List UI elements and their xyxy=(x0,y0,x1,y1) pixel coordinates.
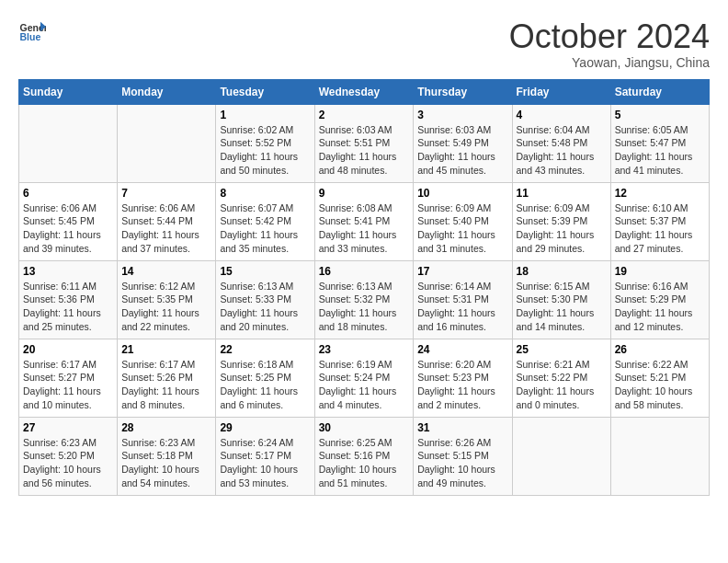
day-info: Sunrise: 6:05 AM Sunset: 5:47 PM Dayligh… xyxy=(615,123,705,178)
calendar-cell: 5Sunrise: 6:05 AM Sunset: 5:47 PM Daylig… xyxy=(610,104,709,182)
calendar-cell: 9Sunrise: 6:08 AM Sunset: 5:41 PM Daylig… xyxy=(314,182,414,260)
day-number: 6 xyxy=(23,187,113,200)
weekday-header-thursday: Thursday xyxy=(414,79,512,104)
location-subtitle: Yaowan, Jiangsu, China xyxy=(509,55,710,70)
calendar-cell xyxy=(610,417,709,495)
day-number: 27 xyxy=(23,421,113,434)
calendar-header-row: SundayMondayTuesdayWednesdayThursdayFrid… xyxy=(19,79,710,104)
day-number: 20 xyxy=(23,343,113,356)
calendar-cell: 11Sunrise: 6:09 AM Sunset: 5:39 PM Dayli… xyxy=(512,182,610,260)
day-number: 7 xyxy=(121,187,211,200)
day-info: Sunrise: 6:11 AM Sunset: 5:36 PM Dayligh… xyxy=(23,280,113,334)
calendar-cell: 3Sunrise: 6:03 AM Sunset: 5:49 PM Daylig… xyxy=(414,104,512,182)
day-info: Sunrise: 6:08 AM Sunset: 5:41 PM Dayligh… xyxy=(319,201,410,256)
calendar-cell: 24Sunrise: 6:20 AM Sunset: 5:23 PM Dayli… xyxy=(414,339,512,417)
day-info: Sunrise: 6:09 AM Sunset: 5:39 PM Dayligh… xyxy=(517,201,607,256)
calendar-cell: 1Sunrise: 6:02 AM Sunset: 5:52 PM Daylig… xyxy=(216,104,314,182)
calendar-cell: 19Sunrise: 6:16 AM Sunset: 5:29 PM Dayli… xyxy=(610,260,709,339)
day-number: 3 xyxy=(417,109,507,121)
calendar-cell: 26Sunrise: 6:22 AM Sunset: 5:21 PM Dayli… xyxy=(610,339,709,417)
day-number: 13 xyxy=(23,265,113,278)
day-number: 8 xyxy=(220,187,310,200)
calendar-cell: 20Sunrise: 6:17 AM Sunset: 5:27 PM Dayli… xyxy=(19,339,118,417)
calendar-cell: 10Sunrise: 6:09 AM Sunset: 5:40 PM Dayli… xyxy=(414,182,512,260)
day-info: Sunrise: 6:22 AM Sunset: 5:21 PM Dayligh… xyxy=(615,358,705,412)
calendar-cell: 13Sunrise: 6:11 AM Sunset: 5:36 PM Dayli… xyxy=(19,260,118,339)
day-number: 26 xyxy=(615,343,705,356)
logo-icon: General Blue xyxy=(18,18,46,46)
calendar-cell: 16Sunrise: 6:13 AM Sunset: 5:32 PM Dayli… xyxy=(314,260,414,339)
day-number: 31 xyxy=(417,421,507,434)
calendar-week-3: 13Sunrise: 6:11 AM Sunset: 5:36 PM Dayli… xyxy=(19,260,710,339)
day-number: 22 xyxy=(220,343,310,356)
title-block: October 2024 Yaowan, Jiangsu, China xyxy=(509,18,710,70)
page-header: General Blue October 2024 Yaowan, Jiangs… xyxy=(18,18,710,70)
calendar-cell: 12Sunrise: 6:10 AM Sunset: 5:37 PM Dayli… xyxy=(610,182,709,260)
weekday-header-saturday: Saturday xyxy=(610,79,709,104)
calendar-cell: 21Sunrise: 6:17 AM Sunset: 5:26 PM Dayli… xyxy=(118,339,216,417)
day-number: 16 xyxy=(319,265,410,278)
calendar-table: SundayMondayTuesdayWednesdayThursdayFrid… xyxy=(18,79,710,496)
day-info: Sunrise: 6:17 AM Sunset: 5:26 PM Dayligh… xyxy=(121,358,211,412)
day-info: Sunrise: 6:13 AM Sunset: 5:33 PM Dayligh… xyxy=(220,280,310,334)
day-info: Sunrise: 6:06 AM Sunset: 5:45 PM Dayligh… xyxy=(23,201,113,256)
calendar-cell: 30Sunrise: 6:25 AM Sunset: 5:16 PM Dayli… xyxy=(314,417,414,495)
day-info: Sunrise: 6:12 AM Sunset: 5:35 PM Dayligh… xyxy=(121,280,211,334)
day-info: Sunrise: 6:23 AM Sunset: 5:20 PM Dayligh… xyxy=(23,436,113,490)
calendar-cell: 14Sunrise: 6:12 AM Sunset: 5:35 PM Dayli… xyxy=(118,260,216,339)
weekday-header-wednesday: Wednesday xyxy=(314,79,414,104)
day-number: 18 xyxy=(517,265,607,278)
calendar-cell: 7Sunrise: 6:06 AM Sunset: 5:44 PM Daylig… xyxy=(118,182,216,260)
day-info: Sunrise: 6:26 AM Sunset: 5:15 PM Dayligh… xyxy=(417,436,507,490)
day-info: Sunrise: 6:14 AM Sunset: 5:31 PM Dayligh… xyxy=(417,280,507,334)
day-info: Sunrise: 6:21 AM Sunset: 5:22 PM Dayligh… xyxy=(517,358,607,412)
day-info: Sunrise: 6:23 AM Sunset: 5:18 PM Dayligh… xyxy=(121,436,211,490)
day-number: 19 xyxy=(615,265,705,278)
day-info: Sunrise: 6:24 AM Sunset: 5:17 PM Dayligh… xyxy=(220,436,310,490)
day-number: 2 xyxy=(319,109,410,121)
weekday-header-sunday: Sunday xyxy=(19,79,118,104)
month-title: October 2024 xyxy=(509,18,710,55)
logo: General Blue xyxy=(18,18,46,46)
calendar-cell: 18Sunrise: 6:15 AM Sunset: 5:30 PM Dayli… xyxy=(512,260,610,339)
day-number: 29 xyxy=(220,421,310,434)
day-number: 10 xyxy=(417,187,507,200)
day-info: Sunrise: 6:02 AM Sunset: 5:52 PM Dayligh… xyxy=(220,123,310,178)
calendar-week-4: 20Sunrise: 6:17 AM Sunset: 5:27 PM Dayli… xyxy=(19,339,710,417)
calendar-cell: 31Sunrise: 6:26 AM Sunset: 5:15 PM Dayli… xyxy=(414,417,512,495)
calendar-cell: 28Sunrise: 6:23 AM Sunset: 5:18 PM Dayli… xyxy=(118,417,216,495)
calendar-cell: 27Sunrise: 6:23 AM Sunset: 5:20 PM Dayli… xyxy=(19,417,118,495)
calendar-week-2: 6Sunrise: 6:06 AM Sunset: 5:45 PM Daylig… xyxy=(19,182,710,260)
day-info: Sunrise: 6:19 AM Sunset: 5:24 PM Dayligh… xyxy=(319,358,410,412)
day-number: 4 xyxy=(517,109,607,121)
day-number: 17 xyxy=(417,265,507,278)
day-info: Sunrise: 6:16 AM Sunset: 5:29 PM Dayligh… xyxy=(615,280,705,334)
day-info: Sunrise: 6:17 AM Sunset: 5:27 PM Dayligh… xyxy=(23,358,113,412)
calendar-cell xyxy=(512,417,610,495)
calendar-cell: 15Sunrise: 6:13 AM Sunset: 5:33 PM Dayli… xyxy=(216,260,314,339)
day-number: 11 xyxy=(517,187,607,200)
calendar-cell: 8Sunrise: 6:07 AM Sunset: 5:42 PM Daylig… xyxy=(216,182,314,260)
weekday-header-tuesday: Tuesday xyxy=(216,79,314,104)
day-info: Sunrise: 6:03 AM Sunset: 5:49 PM Dayligh… xyxy=(417,123,507,178)
calendar-cell: 22Sunrise: 6:18 AM Sunset: 5:25 PM Dayli… xyxy=(216,339,314,417)
day-number: 28 xyxy=(121,421,211,434)
day-info: Sunrise: 6:10 AM Sunset: 5:37 PM Dayligh… xyxy=(615,201,705,256)
calendar-cell: 25Sunrise: 6:21 AM Sunset: 5:22 PM Dayli… xyxy=(512,339,610,417)
day-info: Sunrise: 6:18 AM Sunset: 5:25 PM Dayligh… xyxy=(220,358,310,412)
calendar-cell: 2Sunrise: 6:03 AM Sunset: 5:51 PM Daylig… xyxy=(314,104,414,182)
day-info: Sunrise: 6:09 AM Sunset: 5:40 PM Dayligh… xyxy=(417,201,507,256)
calendar-week-1: 1Sunrise: 6:02 AM Sunset: 5:52 PM Daylig… xyxy=(19,104,710,182)
calendar-cell: 6Sunrise: 6:06 AM Sunset: 5:45 PM Daylig… xyxy=(19,182,118,260)
day-info: Sunrise: 6:25 AM Sunset: 5:16 PM Dayligh… xyxy=(319,436,410,490)
day-number: 21 xyxy=(121,343,211,356)
day-number: 30 xyxy=(319,421,410,434)
calendar-cell: 29Sunrise: 6:24 AM Sunset: 5:17 PM Dayli… xyxy=(216,417,314,495)
svg-text:Blue: Blue xyxy=(20,31,41,42)
calendar-cell: 23Sunrise: 6:19 AM Sunset: 5:24 PM Dayli… xyxy=(314,339,414,417)
day-info: Sunrise: 6:13 AM Sunset: 5:32 PM Dayligh… xyxy=(319,280,410,334)
day-number: 1 xyxy=(220,109,310,121)
weekday-header-friday: Friday xyxy=(512,79,610,104)
day-number: 5 xyxy=(615,109,705,121)
day-info: Sunrise: 6:04 AM Sunset: 5:48 PM Dayligh… xyxy=(517,123,607,178)
